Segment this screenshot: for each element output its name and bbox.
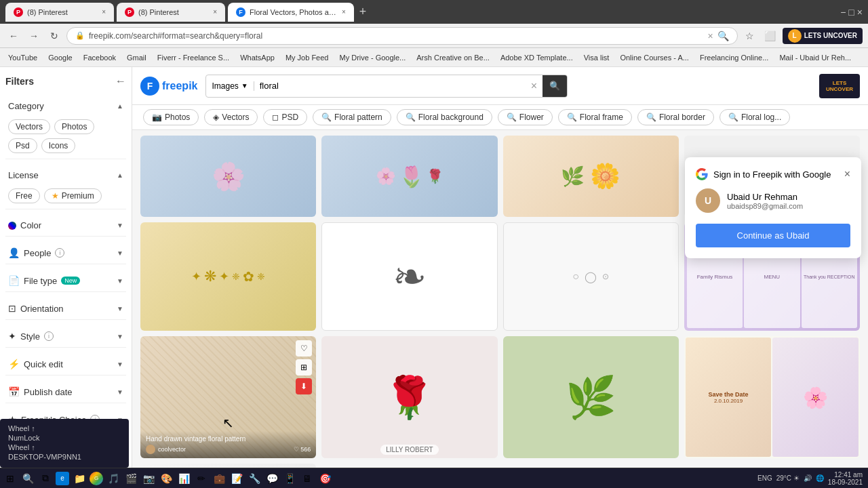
filter-icons[interactable]: Icons bbox=[41, 138, 76, 153]
app-icon-10[interactable]: 💬 bbox=[264, 471, 279, 486]
tab-pinterest-1[interactable]: P (8) Pinterest × bbox=[5, 3, 114, 22]
search-taskbar-icon[interactable]: 🔍 bbox=[20, 471, 35, 486]
tab-pinterest-2[interactable]: P (8) Pinterest × bbox=[117, 3, 225, 22]
search-input[interactable] bbox=[254, 81, 526, 91]
maximize-button[interactable]: □ bbox=[848, 7, 854, 18]
style-info-icon[interactable]: i bbox=[44, 331, 54, 341]
style-toggle[interactable]: ✦ Style i ▼ bbox=[5, 325, 126, 347]
filter-photos[interactable]: Photos bbox=[54, 119, 94, 134]
download-button-9[interactable]: ⬇ bbox=[296, 378, 312, 394]
pill-photos[interactable]: 📷 Photos bbox=[143, 109, 199, 125]
freepik-logo[interactable]: F freepik bbox=[140, 77, 197, 96]
pill-floral-pattern[interactable]: 🔍 Floral pattern bbox=[313, 109, 391, 125]
minimize-button[interactable]: − bbox=[840, 7, 846, 18]
address-bar[interactable]: 🔒 freepik.com/search#format=search&query… bbox=[66, 27, 738, 45]
app-icon-13[interactable]: 🎯 bbox=[317, 471, 332, 486]
license-toggle[interactable]: License ▲ bbox=[5, 165, 126, 186]
pill-floral-bg[interactable]: 🔍 Floral background bbox=[397, 109, 492, 125]
bookmark-fiverr[interactable]: Fiverr - Freelance S... bbox=[155, 52, 232, 63]
star-button[interactable]: ☆ bbox=[742, 28, 758, 44]
pill-floral-frame[interactable]: 🔍 Floral frame bbox=[558, 109, 632, 125]
pill-psd[interactable]: ◻ PSD bbox=[263, 109, 307, 125]
app-icon-4[interactable]: 🎨 bbox=[159, 471, 174, 486]
favorite-button-9[interactable]: ♡ bbox=[296, 340, 312, 357]
tab-freepik[interactable]: F Floral Vectors, Photos and PSD × bbox=[228, 3, 354, 22]
app-icon-2[interactable]: 🎬 bbox=[123, 471, 138, 486]
image-card-12[interactable]: ★ Save the Date 2.0.10.2019 🌸 bbox=[684, 336, 860, 458]
bookmark-youtube[interactable]: YouTube bbox=[5, 52, 40, 63]
people-toggle[interactable]: 👤 People i ▼ bbox=[5, 242, 126, 264]
color-toggle[interactable]: Color ▼ bbox=[5, 215, 126, 236]
forward-button[interactable]: → bbox=[26, 28, 42, 44]
bookmark-whatsapp[interactable]: WhatsApp bbox=[237, 52, 277, 63]
start-button[interactable]: ⊞ bbox=[3, 471, 18, 486]
pill-vectors[interactable]: ◈ Vectors bbox=[204, 109, 258, 125]
extension-button[interactable]: ⬜ bbox=[762, 28, 778, 44]
app-icon-5[interactable]: 📊 bbox=[176, 471, 191, 486]
bookmark-courses[interactable]: Online Courses - A... bbox=[617, 52, 692, 63]
clear-url-button[interactable]: × bbox=[707, 30, 713, 41]
tab-close-3[interactable]: × bbox=[342, 8, 346, 16]
image-card-6[interactable]: ❧ bbox=[321, 222, 497, 331]
app-icon-12[interactable]: 🖥 bbox=[300, 471, 315, 486]
image-card-7[interactable]: ○ ◯ ⊙ bbox=[503, 222, 679, 331]
image-card-1[interactable]: 🌸 bbox=[140, 136, 316, 217]
file-explorer-icon[interactable]: 📁 bbox=[72, 471, 87, 486]
app-icon-3[interactable]: 📷 bbox=[141, 471, 156, 486]
app-icon-6[interactable]: ✏ bbox=[194, 471, 209, 486]
image-card-11[interactable]: 🌿 bbox=[503, 336, 679, 458]
chrome-icon[interactable]: G bbox=[90, 472, 103, 485]
continue-as-button[interactable]: Continue as Ubaid bbox=[696, 224, 850, 247]
bookmark-adobe[interactable]: Adobe XD Template... bbox=[498, 52, 576, 63]
quickedit-toggle[interactable]: ⚡ Quick edit ▼ bbox=[5, 353, 126, 375]
people-info-icon[interactable]: i bbox=[55, 248, 64, 258]
tab-close-1[interactable]: × bbox=[102, 8, 106, 16]
image-card-5[interactable]: ✦ ❋ ✦ ❈ ✿ ❈ bbox=[140, 222, 316, 331]
sidebar-collapse-button[interactable]: ← bbox=[115, 75, 126, 87]
back-button[interactable]: ← bbox=[5, 28, 22, 44]
filter-free[interactable]: Free bbox=[8, 188, 40, 203]
close-browser-button[interactable]: × bbox=[857, 7, 863, 18]
search-submit-button[interactable]: 🔍 bbox=[542, 75, 567, 98]
filter-psd[interactable]: Psd bbox=[8, 138, 37, 153]
image-card-10[interactable]: 🌹 LILLY ROBERT bbox=[321, 336, 497, 458]
bookmark-visa[interactable]: Visa list bbox=[581, 52, 612, 63]
search-type-selector[interactable]: Images ▼ bbox=[206, 81, 254, 91]
image-card-2[interactable]: 🌸 🌷 🌹 bbox=[321, 136, 497, 217]
search-clear-button[interactable]: × bbox=[526, 80, 542, 92]
bookmark-google[interactable]: Google bbox=[45, 52, 75, 63]
lets-uncover-widget[interactable]: L LETS UNCOVER bbox=[783, 28, 863, 44]
network-icon[interactable]: 🌐 bbox=[816, 474, 824, 482]
tab-close-2[interactable]: × bbox=[213, 8, 217, 16]
filter-vectors[interactable]: Vectors bbox=[8, 119, 50, 134]
image-card-9[interactable]: ♡ ⊞ ⬇ Hand drawn vintage floral pattern … bbox=[140, 336, 316, 458]
app-icon-7[interactable]: 💼 bbox=[212, 471, 226, 486]
category-toggle[interactable]: Category ▲ bbox=[5, 96, 126, 117]
bookmark-jobfeed[interactable]: My Job Feed bbox=[283, 52, 332, 63]
filetype-toggle[interactable]: 📄 File type New ▼ bbox=[5, 270, 126, 291]
bookmark-facebook[interactable]: Facebook bbox=[81, 52, 119, 63]
filter-premium[interactable]: ★ Premium bbox=[44, 188, 102, 203]
resize-button-9[interactable]: ⊞ bbox=[296, 359, 312, 375]
pill-floral-log[interactable]: 🔍 Floral log... bbox=[719, 109, 790, 125]
pill-flower[interactable]: 🔍 Flower bbox=[498, 109, 553, 125]
app-icon-1[interactable]: 🎵 bbox=[106, 471, 121, 486]
edge-icon[interactable]: e bbox=[56, 472, 69, 485]
app-icon-9[interactable]: 🔧 bbox=[247, 471, 262, 486]
new-tab-button[interactable]: + bbox=[359, 5, 367, 19]
orientation-toggle[interactable]: ⊡ Orientation ▼ bbox=[5, 298, 126, 319]
volume-icon[interactable]: 🔊 bbox=[804, 474, 812, 482]
popup-close-button[interactable]: × bbox=[844, 168, 850, 180]
bookmark-arsh[interactable]: Arsh Creative on Be... bbox=[414, 52, 492, 63]
taskview-icon[interactable]: ⧉ bbox=[38, 471, 53, 486]
publishdate-toggle[interactable]: 📅 Publish date ▼ bbox=[5, 381, 126, 403]
bookmark-gmail[interactable]: Gmail bbox=[124, 52, 149, 63]
bookmark-mail[interactable]: Mail - Ubaid Ur Reh... bbox=[776, 52, 854, 63]
image-card-3[interactable]: 🌿 🌼 bbox=[503, 136, 679, 217]
bookmark-drive[interactable]: My Drive - Google... bbox=[336, 52, 408, 63]
reload-button[interactable]: ↻ bbox=[46, 28, 62, 44]
pill-floral-border[interactable]: 🔍 Floral border bbox=[637, 109, 714, 125]
app-icon-8[interactable]: 📝 bbox=[229, 471, 244, 486]
app-icon-11[interactable]: 📱 bbox=[282, 471, 297, 486]
bookmark-freelancing[interactable]: Freelancing Online... bbox=[697, 52, 772, 63]
